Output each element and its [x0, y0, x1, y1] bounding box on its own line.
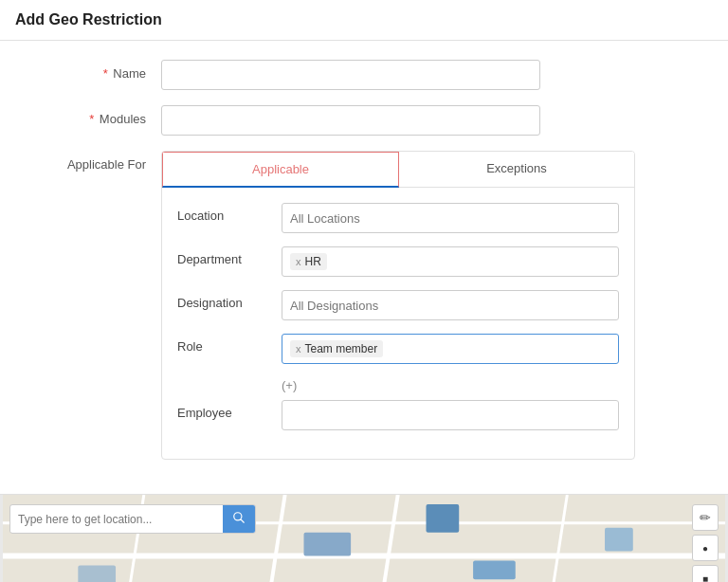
applicable-for-section: Applicable Exceptions Location Departmen…: [161, 151, 635, 460]
role-label: Role: [177, 334, 282, 354]
tab-applicable[interactable]: Applicable: [162, 152, 399, 188]
applicable-for-row: Applicable For Applicable Exceptions Loc…: [38, 151, 690, 460]
map-tools: ✏ ● ■: [692, 504, 719, 582]
square-tool-button[interactable]: ■: [692, 565, 719, 582]
name-row: * Name: [38, 60, 690, 90]
circle-icon: ●: [702, 543, 708, 554]
map-search-input[interactable]: [10, 507, 223, 532]
square-icon: ■: [702, 573, 708, 583]
name-required-star: *: [103, 66, 108, 81]
role-tag-input[interactable]: x Team member: [282, 334, 619, 364]
search-icon: [232, 511, 246, 524]
department-tag-hr: x HR: [290, 253, 327, 270]
role-tag-team-member: x Team member: [290, 340, 383, 357]
designation-input[interactable]: [282, 290, 619, 320]
map-search-button[interactable]: [223, 505, 255, 533]
role-row: Role x Team member: [177, 334, 619, 364]
department-tag-input[interactable]: x HR: [282, 246, 619, 277]
modules-required-star: *: [89, 112, 94, 126]
svg-rect-9: [303, 533, 351, 556]
applicable-for-label: Applicable For: [38, 151, 161, 172]
svg-rect-12: [605, 528, 633, 552]
add-row-button[interactable]: (+): [282, 378, 297, 392]
page-header: Add Geo Restriction: [0, 0, 728, 41]
form-container: * Name * Modules Applicable For Applicab…: [0, 41, 728, 494]
department-tag-remove[interactable]: x: [296, 256, 301, 267]
name-label: * Name: [38, 60, 161, 81]
page-title: Add Geo Restriction: [15, 11, 162, 27]
tab-exceptions[interactable]: Exceptions: [399, 152, 634, 187]
pencil-icon: ✏: [700, 510, 711, 525]
name-input[interactable]: [161, 60, 540, 90]
department-row: Department x HR: [177, 246, 619, 277]
role-tag-remove[interactable]: x: [296, 343, 301, 355]
location-input[interactable]: [282, 203, 619, 233]
employee-row: Employee: [177, 400, 619, 430]
pencil-tool-button[interactable]: ✏: [692, 504, 719, 531]
employee-label: Employee: [177, 400, 282, 420]
employee-input[interactable]: [282, 400, 619, 430]
modules-row: * Modules: [38, 105, 690, 136]
location-row: Location: [177, 203, 619, 233]
designation-row: Designation: [177, 290, 619, 320]
department-label: Department: [177, 246, 282, 266]
tabs-row: Applicable Exceptions: [162, 152, 634, 188]
designation-label: Designation: [177, 290, 282, 310]
location-label: Location: [177, 203, 282, 223]
map-section: ✏ ● ■: [0, 494, 728, 582]
circle-tool-button[interactable]: ●: [692, 535, 719, 561]
svg-rect-10: [426, 504, 459, 533]
modules-label: * Modules: [38, 105, 161, 126]
svg-rect-13: [78, 565, 116, 582]
svg-rect-11: [473, 560, 516, 579]
tab-content-applicable: Location Department x HR Designation: [162, 188, 634, 459]
modules-input[interactable]: [161, 105, 540, 136]
map-search-bar: [9, 504, 256, 534]
